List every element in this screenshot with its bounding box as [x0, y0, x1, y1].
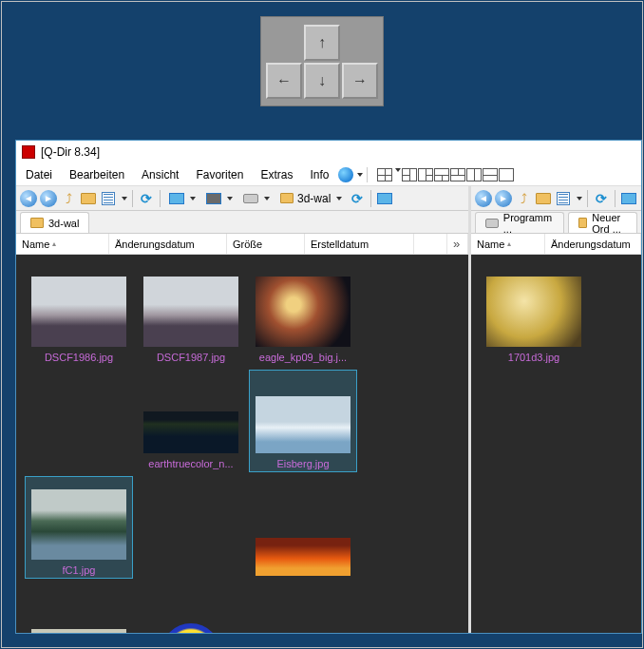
layout-1[interactable]	[499, 168, 514, 181]
menu-info[interactable]: Info	[302, 166, 336, 183]
layout-3t[interactable]	[450, 168, 465, 181]
nav-forward-button[interactable]: ►	[495, 190, 512, 207]
nav-forward-button[interactable]: ►	[40, 190, 57, 207]
thumbnail-icon	[31, 629, 126, 633]
refresh-button[interactable]: ⟳	[349, 190, 366, 207]
breadcrumb-computer[interactable]	[202, 189, 237, 208]
layout-3r[interactable]	[418, 168, 433, 181]
chevron-down-icon[interactable]	[122, 197, 127, 200]
thumbnail-icon	[31, 489, 126, 560]
layout-4[interactable]	[377, 168, 392, 181]
thumbnail-icon	[256, 538, 350, 576]
file-item[interactable]	[138, 583, 244, 633]
breadcrumb-desktop[interactable]	[165, 189, 199, 208]
layout-buttons	[377, 168, 514, 181]
col-name[interactable]: Name▴	[471, 234, 545, 254]
tab-3dwal[interactable]: 3d-wal	[20, 212, 89, 233]
breadcrumb-desktop[interactable]	[620, 190, 637, 207]
folder-up-button[interactable]: ⤴	[60, 190, 77, 207]
left-columns: Name▴ Änderungsdatum Größe Erstelldatum …	[16, 234, 468, 255]
file-item[interactable]	[26, 583, 132, 633]
view-mode-button[interactable]	[100, 190, 117, 207]
file-item[interactable]: DSCF1986.jpg	[26, 264, 132, 365]
drive-icon	[243, 194, 258, 203]
folder-open-button[interactable]	[535, 190, 552, 207]
menu-file[interactable]: Datei	[18, 166, 60, 183]
file-item[interactable]: earthtruecolor_n...	[138, 371, 244, 471]
folder-up-button[interactable]: ⤴	[515, 190, 532, 207]
arrow-key-left: ←	[266, 63, 302, 99]
sort-asc-icon: ▴	[52, 239, 56, 248]
left-file-grid[interactable]: DSCF1986.jpg DSCF1987.jpg eagle_kp09_big…	[16, 255, 468, 633]
app-icon	[22, 145, 35, 159]
sort-asc-icon: ▴	[507, 239, 511, 248]
right-tabstrip: Programm ... Neuer Ord ...	[471, 211, 641, 234]
menubar: Datei Bearbeiten Ansicht Favoriten Extra…	[16, 163, 641, 186]
thumbnail-icon	[31, 277, 126, 347]
chevron-down-icon	[264, 197, 270, 200]
col-size[interactable]: Größe	[227, 234, 305, 254]
tab-label: 3d-wal	[48, 218, 79, 229]
file-label: DSCF1987.jpg	[157, 352, 225, 363]
file-item-selected[interactable]: Eisberg.jpg	[250, 371, 356, 471]
layout-2h[interactable]	[483, 168, 498, 181]
refresh-button[interactable]: ⟳	[593, 190, 610, 207]
monitor-icon	[377, 193, 392, 204]
view-mode-button[interactable]	[376, 190, 393, 207]
file-label: Eisberg.jpg	[276, 458, 329, 469]
nav-back-button[interactable]: ◄	[475, 190, 492, 207]
breadcrumb-label: 3d-wal	[297, 192, 331, 205]
titlebar[interactable]: [Q-Dir 8.34]	[16, 141, 641, 163]
right-file-grid[interactable]: 1701d3.jpg	[471, 255, 641, 633]
file-item[interactable]: DSCF1987.jpg	[138, 264, 244, 365]
file-item[interactable]	[250, 477, 356, 578]
chevron-down-icon[interactable]	[395, 168, 401, 172]
refresh-button[interactable]: ⟳	[138, 190, 155, 207]
folder-open-button[interactable]	[80, 190, 97, 207]
layout-3b[interactable]	[434, 168, 449, 181]
arrow-key-right: →	[342, 63, 378, 99]
tab-label: Programm ...	[503, 212, 555, 235]
col-modified[interactable]: Änderungsdatum	[109, 234, 227, 254]
qdir-window: [Q-Dir 8.34] Datei Bearbeiten Ansicht Fa…	[15, 140, 642, 634]
layout-3l[interactable]	[402, 168, 417, 181]
arrow-keys-decoration: ↑ ← ↓ →	[260, 16, 384, 106]
file-label: earthtruecolor_n...	[148, 458, 233, 469]
col-name[interactable]: Name▴	[16, 234, 109, 254]
folder-icon	[30, 218, 44, 228]
file-item-selected[interactable]: fC1.jpg	[26, 477, 132, 578]
thumbnail-icon	[143, 411, 238, 453]
chevron-down-icon[interactable]	[577, 197, 582, 200]
nav-back-button[interactable]: ◄	[20, 190, 37, 207]
menu-view[interactable]: Ansicht	[134, 166, 186, 183]
tab-newfolder[interactable]: Neuer Ord ...	[568, 212, 637, 233]
left-tabstrip: 3d-wal	[16, 211, 468, 234]
layout-2v[interactable]	[466, 168, 482, 181]
file-item[interactable]: eagle_kp09_big.j...	[250, 264, 356, 365]
file-item[interactable]: 1701d3.jpg	[481, 264, 587, 365]
breadcrumb-folder[interactable]: 3d-wal	[276, 189, 346, 208]
globe-icon[interactable]	[338, 167, 353, 182]
right-toolbar: ◄ ► ⤴ ⟳	[471, 186, 641, 211]
col-modified[interactable]: Änderungsdatum	[545, 234, 641, 254]
pane-right: ◄ ► ⤴ ⟳ Programm ...	[471, 186, 641, 633]
folder-icon	[578, 218, 587, 228]
tab-label: Neuer Ord ...	[592, 212, 627, 235]
col-more[interactable]: »	[447, 234, 468, 254]
monitor-icon	[169, 193, 184, 204]
menu-favorites[interactable]: Favoriten	[188, 166, 251, 183]
monitor-icon	[621, 193, 636, 204]
thumbnail-icon	[256, 277, 350, 347]
tab-program[interactable]: Programm ...	[475, 212, 564, 233]
menu-extras[interactable]: Extras	[253, 166, 300, 183]
thumbnail-icon	[143, 277, 238, 347]
chevron-down-icon	[336, 197, 342, 200]
menu-edit[interactable]: Bearbeiten	[62, 166, 132, 183]
chevron-down-icon	[190, 197, 196, 200]
thumbnail-icon	[486, 277, 581, 347]
col-created[interactable]: Erstelldatum	[305, 234, 414, 254]
breadcrumb-drive[interactable]	[239, 189, 274, 208]
chevron-down-icon	[227, 197, 233, 200]
chevron-down-icon[interactable]	[357, 173, 363, 177]
view-mode-button[interactable]	[555, 190, 572, 207]
